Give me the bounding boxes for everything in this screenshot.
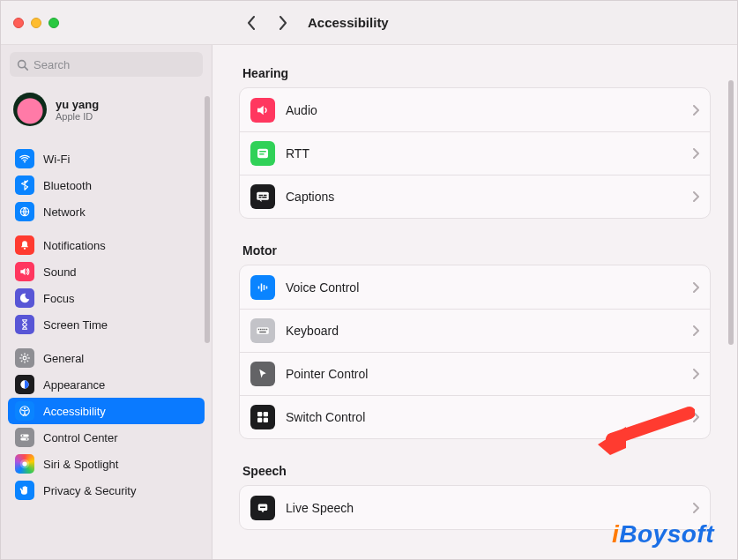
bell-icon <box>15 235 34 255</box>
toggles-icon <box>19 431 31 444</box>
rtt-icon <box>250 141 275 166</box>
sidebar-item-wifi[interactable]: Wi-Fi <box>8 146 205 172</box>
svg-rect-18 <box>20 438 28 441</box>
sidebar-item-focus[interactable]: Focus <box>8 285 205 311</box>
row-label: Keyboard <box>286 324 339 338</box>
section-card-motor: Voice ControlKeyboardPointer ControlSwit… <box>239 265 711 439</box>
row-keyboard[interactable]: Keyboard <box>240 309 710 352</box>
switch-icon <box>250 405 275 429</box>
zoom-window-button[interactable] <box>48 18 59 28</box>
captions-icon <box>255 189 271 205</box>
svg-rect-41 <box>259 332 266 333</box>
sidebar-item-label: Bluetooth <box>43 179 92 192</box>
section-title-motor: Motor <box>242 243 707 258</box>
svg-rect-32 <box>261 283 263 291</box>
nav-back-button[interactable] <box>244 13 258 33</box>
wifi-icon <box>19 153 31 165</box>
wifi-icon <box>15 149 34 168</box>
sidebar-item-screentime[interactable]: Screen Time <box>8 311 205 338</box>
sidebar-item-accessibility[interactable]: Accessibility <box>8 398 205 424</box>
svg-line-12 <box>21 361 22 362</box>
row-audio[interactable]: Audio <box>240 88 710 131</box>
row-label: Audio <box>286 103 317 117</box>
sidebar: yu yang Apple ID Wi-FiBluetoothNetworkNo… <box>1 45 212 559</box>
minimize-window-button[interactable] <box>31 18 41 28</box>
svg-rect-44 <box>257 418 262 422</box>
accessibility-icon <box>19 405 31 417</box>
keyboard-icon <box>255 323 271 339</box>
hourglass-icon <box>19 318 31 331</box>
network-icon <box>19 205 31 218</box>
voice-icon <box>255 280 271 295</box>
svg-rect-45 <box>264 418 268 422</box>
siri-icon <box>15 454 34 474</box>
row-voicecontrol[interactable]: Voice Control <box>240 265 710 309</box>
sidebar-item-label: General <box>43 352 84 365</box>
section-card-hearing: AudioRTTCaptions <box>239 87 711 219</box>
section-title-speech: Speech <box>242 464 707 478</box>
disclosure-chevron <box>692 369 699 379</box>
window-controls <box>1 18 212 28</box>
apple-id-row[interactable]: yu yang Apple ID <box>1 84 212 138</box>
switch-icon <box>255 409 271 425</box>
sidebar-item-notifications[interactable]: Notifications <box>8 232 205 258</box>
chevron-right-icon <box>692 105 699 116</box>
sidebar-scrollbar[interactable] <box>205 96 210 343</box>
settings-window: Accessibility yu yang Apple ID Wi-FiBlue… <box>0 0 738 560</box>
livespeech-icon <box>255 500 271 516</box>
pointer-icon <box>250 362 275 386</box>
svg-rect-35 <box>257 327 269 334</box>
disclosure-chevron <box>692 325 699 336</box>
row-rtt[interactable]: RTT <box>240 131 710 175</box>
svg-rect-29 <box>259 197 262 198</box>
rtt-icon <box>255 146 271 161</box>
main-scrollbar[interactable] <box>728 80 734 345</box>
svg-rect-28 <box>264 195 267 197</box>
bell-icon <box>19 239 31 251</box>
row-label: Switch Control <box>286 410 365 424</box>
accessibility-icon <box>15 401 34 421</box>
row-captions[interactable]: Captions <box>240 175 710 218</box>
chevron-right-icon <box>692 191 699 202</box>
sidebar-item-label: Network <box>43 205 86 219</box>
row-livespeech[interactable]: Live Speech <box>240 486 710 529</box>
pointer-icon <box>255 366 271 382</box>
chevron-right-icon <box>692 325 699 336</box>
search-input[interactable] <box>34 58 196 71</box>
close-window-button[interactable] <box>13 18 24 28</box>
svg-rect-47 <box>260 506 265 508</box>
sidebar-item-label: Notifications <box>43 239 106 252</box>
disclosure-chevron <box>692 148 699 159</box>
section-title-hearing: Hearing <box>242 66 707 80</box>
svg-rect-38 <box>262 329 264 331</box>
chevron-right-icon <box>279 16 287 30</box>
bluetooth-icon <box>19 179 31 191</box>
disclosure-chevron <box>692 105 699 116</box>
sidebar-item-sound[interactable]: Sound <box>8 258 205 285</box>
search-field[interactable] <box>10 52 203 77</box>
hourglass-icon <box>15 315 34 334</box>
sidebar-item-general[interactable]: General <box>8 345 205 371</box>
toggles-icon <box>15 428 34 447</box>
toolbar: Accessibility <box>212 13 737 33</box>
gear-icon <box>15 348 34 368</box>
sidebar-item-controlcenter[interactable]: Control Center <box>8 424 205 451</box>
svg-rect-33 <box>264 285 265 290</box>
row-label: Captions <box>286 190 334 204</box>
sound-icon <box>15 262 34 281</box>
nav-forward-button[interactable] <box>276 13 290 33</box>
svg-rect-25 <box>259 153 264 155</box>
svg-rect-27 <box>259 195 264 197</box>
svg-point-19 <box>22 435 24 437</box>
user-sub: Apple ID <box>56 111 99 122</box>
hand-icon <box>19 484 31 497</box>
row-switchcontrol[interactable]: Switch Control <box>240 395 710 438</box>
sidebar-item-appearance[interactable]: Appearance <box>8 371 205 398</box>
sidebar-item-label: Sound <box>43 265 77 279</box>
row-pointercontrol[interactable]: Pointer Control <box>240 352 710 395</box>
chevron-right-icon <box>692 412 699 422</box>
sidebar-item-privacy[interactable]: Privacy & Security <box>8 477 205 504</box>
sidebar-item-bluetooth[interactable]: Bluetooth <box>8 172 205 198</box>
sidebar-item-network[interactable]: Network <box>8 198 205 225</box>
sidebar-item-siri[interactable]: Siri & Spotlight <box>8 451 205 477</box>
